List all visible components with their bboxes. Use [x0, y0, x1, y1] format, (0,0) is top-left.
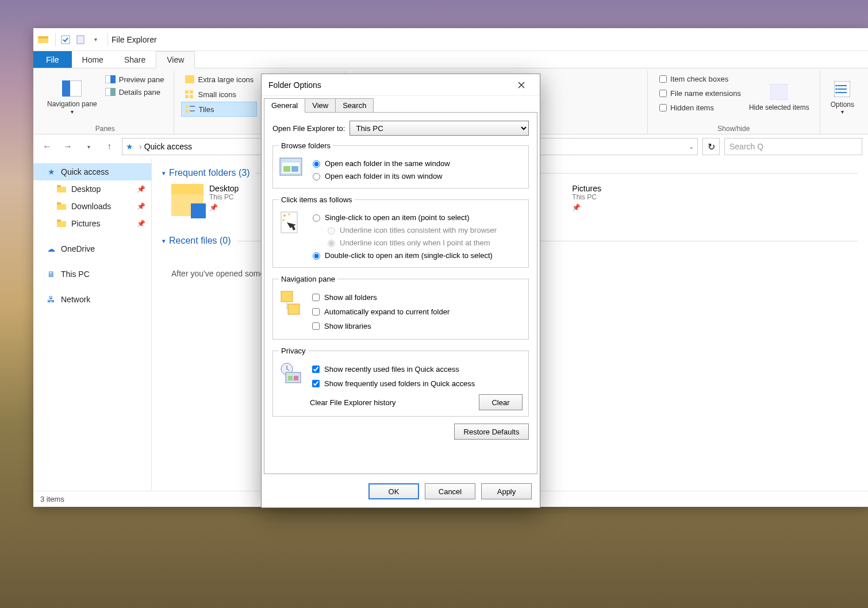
- svg-rect-3: [77, 36, 84, 44]
- sidebar-item-desktop[interactable]: Desktop📌: [33, 180, 151, 198]
- close-button[interactable]: [510, 76, 533, 94]
- details-pane-icon: [105, 87, 116, 97]
- hide-selected-icon: [769, 82, 789, 102]
- checkbox-auto-expand[interactable]: Automatically expand to current folder: [310, 305, 523, 319]
- checkbox-frequent-folders[interactable]: Show frequently used folders in Quick ac…: [310, 376, 523, 391]
- sidebar-item-quick-access[interactable]: ★Quick access: [33, 163, 151, 180]
- pin-icon: 📌: [572, 203, 601, 211]
- svg-rect-7: [110, 75, 116, 83]
- layout-extra-large[interactable]: Extra large icons: [181, 72, 258, 87]
- dialog-body: Open File Explorer to: This PC Browse fo…: [264, 112, 537, 474]
- folder-icon: [56, 201, 67, 211]
- preview-pane-button[interactable]: Preview pane: [102, 73, 168, 86]
- checkbox-show-all-folders[interactable]: Show all folders: [310, 290, 523, 305]
- clear-history-row: Clear File Explorer history Clear: [310, 394, 523, 410]
- svg-rect-49: [288, 376, 293, 380]
- dropdown-arrow-icon[interactable]: ⌄: [689, 143, 694, 151]
- dropdown-arrow-icon: ▾: [71, 109, 74, 115]
- svg-point-43: [289, 214, 290, 216]
- radio-own-window[interactable]: Open each folder in its own window: [310, 170, 523, 182]
- svg-rect-12: [185, 90, 189, 94]
- svg-rect-22: [190, 110, 195, 111]
- qat-properties-icon[interactable]: [59, 33, 72, 46]
- svg-rect-15: [190, 95, 193, 98]
- svg-point-30: [836, 91, 838, 93]
- dialog-tab-search[interactable]: Search: [335, 98, 374, 113]
- svg-rect-26: [770, 84, 788, 100]
- qat-newfolder-icon[interactable]: [74, 33, 87, 46]
- dialog-tab-general[interactable]: General: [264, 98, 305, 113]
- svg-rect-20: [190, 106, 195, 107]
- svg-rect-34: [57, 202, 61, 205]
- radio-underline-point: Underline icon titles only when I point …: [325, 236, 523, 249]
- svg-point-44: [283, 220, 285, 221]
- hidden-items-toggle[interactable]: Hidden items: [654, 101, 744, 115]
- tab-share[interactable]: Share: [114, 51, 156, 68]
- details-pane-button[interactable]: Details pane: [102, 86, 168, 98]
- pin-icon: 📌: [209, 203, 239, 211]
- open-to-combo[interactable]: This PC: [349, 121, 529, 136]
- dialog-tab-view[interactable]: View: [305, 98, 336, 113]
- checkbox-show-libraries[interactable]: Show libraries: [310, 319, 523, 333]
- breadcrumb-quick-access[interactable]: Quick access: [144, 142, 192, 151]
- sidebar-item-onedrive[interactable]: ☁OneDrive: [33, 240, 151, 257]
- svg-rect-31: [57, 187, 66, 193]
- folder-icon: [171, 184, 203, 216]
- radio-double-click[interactable]: Double-click to open an item (single-cli…: [310, 249, 523, 261]
- folder-icon: [56, 218, 67, 229]
- explorer-icon: [37, 33, 49, 46]
- cancel-button[interactable]: Cancel: [425, 483, 475, 499]
- radio-single-click[interactable]: Single-click to open an item (point to s…: [310, 211, 523, 224]
- click-items-icon: [279, 211, 303, 235]
- ok-button[interactable]: OK: [368, 483, 419, 499]
- pin-icon: 📌: [137, 185, 145, 193]
- item-count: 3 items: [40, 495, 64, 503]
- sidebar-item-network[interactable]: 🖧Network: [33, 291, 151, 308]
- recent-locations-button[interactable]: ▾: [80, 138, 97, 155]
- preview-pane-icon: [105, 75, 116, 84]
- dialog-buttons: OK Cancel Apply: [262, 479, 540, 507]
- apply-button[interactable]: Apply: [481, 483, 532, 499]
- layout-tiles[interactable]: Tiles: [181, 102, 258, 117]
- small-icon: [185, 90, 195, 99]
- tab-home[interactable]: Home: [72, 51, 114, 68]
- ribbon-tabs: File Home Share View: [33, 51, 868, 68]
- svg-rect-48: [286, 372, 301, 383]
- svg-rect-14: [185, 95, 189, 98]
- navigation-pane-icon: [279, 290, 303, 314]
- navigation-pane-group: Navigation pane Show all folders Automat…: [272, 275, 529, 340]
- layout-small[interactable]: Small icons: [181, 87, 258, 102]
- folder-desktop[interactable]: Desktop This PC 📌: [171, 184, 239, 216]
- svg-rect-36: [57, 220, 61, 222]
- sidebar-item-downloads[interactable]: Downloads📌: [33, 198, 151, 215]
- svg-rect-46: [288, 304, 299, 314]
- svg-rect-5: [62, 80, 70, 97]
- tab-view[interactable]: View: [156, 51, 195, 68]
- item-check-boxes-toggle[interactable]: Item check boxes: [654, 72, 744, 86]
- checkbox-recent-files[interactable]: Show recently used files in Quick access: [310, 362, 523, 376]
- file-name-extensions-toggle[interactable]: File name extensions: [654, 86, 744, 101]
- sidebar-item-pictures[interactable]: Pictures📌: [33, 215, 151, 232]
- clear-button[interactable]: Clear: [479, 394, 523, 410]
- svg-rect-10: [185, 75, 194, 83]
- pin-icon: 📌: [137, 202, 145, 210]
- tab-file[interactable]: File: [33, 51, 72, 68]
- refresh-button[interactable]: ↻: [702, 138, 720, 155]
- up-button[interactable]: ↑: [101, 138, 117, 155]
- search-input[interactable]: Search Q: [724, 138, 862, 155]
- svg-rect-35: [57, 221, 66, 227]
- network-icon: 🖧: [46, 294, 56, 305]
- back-button[interactable]: ←: [39, 138, 55, 155]
- sidebar-item-this-pc[interactable]: 🖥This PC: [33, 265, 151, 283]
- restore-defaults-button[interactable]: Restore Defaults: [454, 424, 529, 440]
- radio-same-window[interactable]: Open each folder in the same window: [310, 157, 523, 170]
- folder-pictures[interactable]: Pictures This PC 📌: [572, 184, 601, 216]
- navigation-pane-button[interactable]: Navigation pane ▾: [43, 71, 102, 122]
- forward-button[interactable]: →: [60, 138, 76, 155]
- svg-rect-50: [294, 376, 298, 380]
- svg-rect-1: [38, 36, 48, 39]
- qat-dropdown-icon[interactable]: ▾: [89, 33, 102, 46]
- hide-selected-items-button[interactable]: Hide selected items: [744, 71, 814, 122]
- options-button[interactable]: Options ▾: [826, 71, 859, 122]
- window-title: File Explorer: [112, 35, 157, 44]
